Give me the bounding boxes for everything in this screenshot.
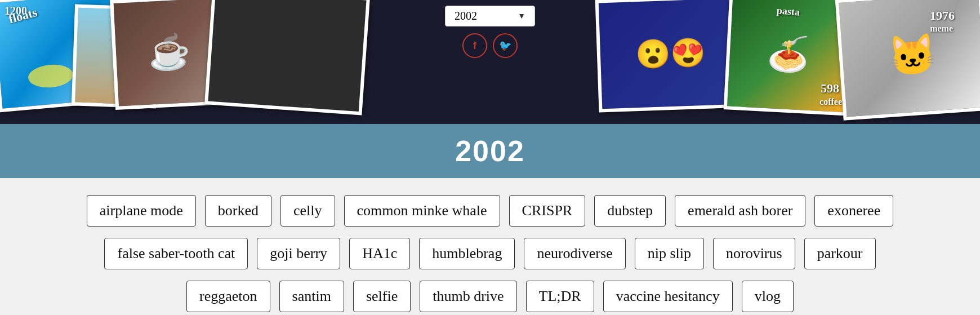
twitter-button[interactable]: 🐦	[493, 33, 518, 58]
year-banner-text: 2002	[455, 135, 525, 167]
word-tag[interactable]: santim	[279, 281, 344, 312]
word-tag[interactable]: norovirus	[713, 238, 795, 269]
word-tag[interactable]: goji berry	[257, 238, 340, 269]
word-tag[interactable]: TL;DR	[526, 281, 594, 312]
word-tag[interactable]: celly	[280, 195, 335, 227]
facebook-icon: f	[473, 40, 476, 52]
emoji-photo	[595, 0, 746, 112]
word-tag[interactable]: common minke whale	[344, 195, 500, 227]
word-tag[interactable]: reggaeton	[186, 281, 270, 312]
word-tag[interactable]: emerald ash borer	[675, 195, 805, 227]
dark-photo	[204, 0, 370, 116]
photo-label-coffee-num: 598	[821, 81, 839, 96]
word-tag[interactable]: nip slip	[635, 238, 704, 269]
year-dropdown-value: 2002	[455, 10, 477, 23]
word-tag[interactable]: vaccine hesitancy	[603, 281, 733, 312]
word-tag[interactable]: CRISPR	[509, 195, 586, 227]
photo-label-coffee-txt: coffee	[819, 97, 842, 107]
year-banner: 2002	[0, 124, 980, 178]
word-tag[interactable]: airplane mode	[87, 195, 196, 227]
word-tag[interactable]: vlog	[742, 281, 794, 312]
photo-collage: 1200 floats 598 coffee pasta 1976 meme 2…	[0, 0, 980, 124]
photo-label-pasta: pasta	[776, 5, 800, 18]
social-buttons: f 🐦	[462, 33, 518, 58]
word-tag[interactable]: selfie	[353, 281, 411, 312]
word-tag[interactable]: neurodiverse	[524, 238, 625, 269]
word-tag[interactable]: HA1c	[349, 238, 410, 269]
year-dropdown[interactable]: 2002 ▼	[445, 6, 535, 26]
word-tag[interactable]: parkour	[804, 238, 876, 269]
word-tag[interactable]: humblebrag	[419, 238, 515, 269]
word-tag[interactable]: dubstep	[594, 195, 666, 227]
words-row-3: reggaetonsantimselfiethumb driveTL;DRvac…	[23, 281, 957, 312]
cat-photo	[835, 0, 980, 121]
words-row-1: airplane modeborkedcellycommon minke wha…	[23, 195, 957, 227]
word-tag[interactable]: exoneree	[814, 195, 893, 227]
facebook-button[interactable]: f	[462, 33, 487, 58]
chevron-down-icon: ▼	[518, 12, 525, 21]
header-controls: 2002 ▼ f 🐦	[445, 6, 535, 58]
photo-label-meme-txt: meme	[930, 24, 953, 34]
words-section: airplane modeborkedcellycommon minke wha…	[0, 178, 980, 315]
word-tag[interactable]: false saber-tooth cat	[104, 238, 248, 269]
words-row-2: false saber-tooth catgoji berryHA1chumbl…	[23, 238, 957, 269]
twitter-icon: 🐦	[499, 39, 511, 52]
word-tag[interactable]: borked	[205, 195, 271, 227]
photo-label-meme-num: 1976	[930, 8, 955, 23]
word-tag[interactable]: thumb drive	[420, 281, 516, 312]
